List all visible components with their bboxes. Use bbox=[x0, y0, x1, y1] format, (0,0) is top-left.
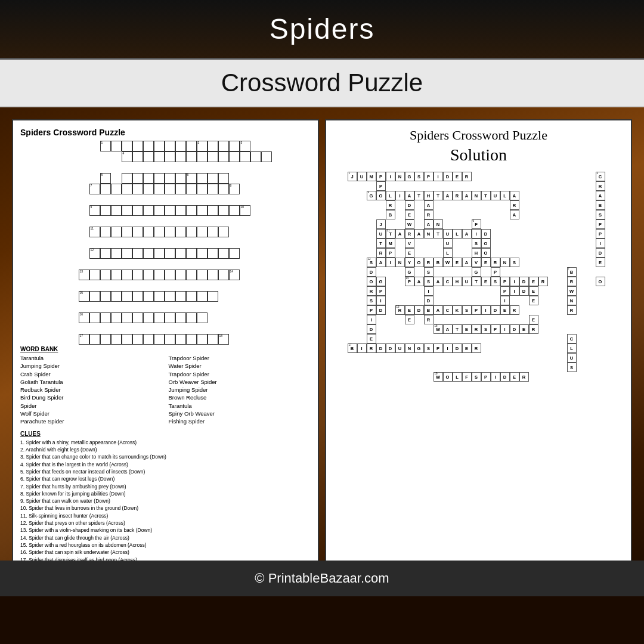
grid-cell: 6 bbox=[186, 173, 197, 184]
grid-cell bbox=[154, 151, 165, 162]
grid-cell bbox=[143, 173, 154, 184]
grid-cell bbox=[186, 334, 197, 345]
grid-cell: 18 bbox=[218, 334, 229, 345]
solution-cell: U bbox=[376, 229, 386, 239]
solution-cell: R bbox=[510, 305, 519, 315]
clue-item: 13. Spider with a violin-shaped marking … bbox=[20, 527, 311, 534]
word-bank-list: TarantulaJumping SpiderCrab SpiderGoliat… bbox=[20, 354, 311, 426]
clue-item: 3. Spider that can change color to match… bbox=[20, 453, 311, 460]
word-bank-item: Bird Dung Spider bbox=[20, 394, 163, 401]
left-panel: Spiders Crossword Puzzle 1 2 3 bbox=[12, 119, 319, 584]
solution-cell: D bbox=[491, 305, 500, 315]
grid-cell bbox=[111, 270, 122, 280]
solution-cell: E bbox=[405, 305, 414, 315]
solution-cell: N bbox=[567, 296, 577, 305]
grid-cell bbox=[143, 227, 154, 237]
solution-cell: A bbox=[462, 229, 472, 239]
grid-cell bbox=[186, 291, 197, 302]
word-bank-item: Jumping Spider bbox=[169, 386, 311, 394]
grid-cell bbox=[165, 141, 175, 151]
grid-cell bbox=[175, 312, 186, 323]
sub-header: Crossword Puzzle bbox=[0, 60, 644, 107]
clues-section: CLUES 1. Spider with a shiny, metallic a… bbox=[20, 431, 311, 571]
grid-cell bbox=[218, 248, 229, 259]
grid-cell bbox=[261, 151, 272, 162]
solution-cell: I bbox=[395, 191, 405, 200]
grid-cell bbox=[208, 184, 218, 194]
solution-cell: 18W bbox=[434, 372, 443, 382]
grid-cell bbox=[122, 141, 132, 151]
crossword-grid: 1 2 3 4 bbox=[52, 141, 279, 343]
solution-cell: E bbox=[367, 334, 376, 343]
solution-cell: R bbox=[567, 277, 577, 286]
grid-cell bbox=[218, 227, 229, 237]
grid-cell bbox=[208, 151, 218, 162]
grid-cell bbox=[122, 248, 132, 259]
solution-cell: I bbox=[434, 172, 443, 181]
solution-cell: P bbox=[376, 286, 386, 296]
word-bank-item: Spider bbox=[20, 402, 163, 410]
grid-cell bbox=[143, 141, 154, 151]
grid-cell bbox=[132, 312, 143, 323]
solution-cell: 3G bbox=[367, 191, 376, 200]
solution-cell: E bbox=[529, 315, 538, 324]
grid-cell bbox=[208, 334, 218, 345]
grid-cell bbox=[218, 184, 229, 194]
grid-cell bbox=[132, 334, 143, 345]
grid-cell bbox=[100, 227, 111, 237]
solution-cell: D bbox=[367, 324, 376, 334]
solution-cell: R bbox=[596, 181, 605, 191]
solution-cell: S bbox=[510, 258, 519, 267]
solution-cell: 15R bbox=[395, 305, 405, 315]
grid-cell bbox=[154, 141, 165, 151]
solution-cell: 2C bbox=[596, 172, 605, 181]
grid-cell bbox=[229, 151, 240, 162]
word-bank-item: Redback Spider bbox=[20, 386, 163, 394]
grid-cell: 13 bbox=[79, 270, 89, 280]
solution-cell: R bbox=[386, 200, 395, 210]
grid-cell bbox=[132, 151, 143, 162]
solution-cell: E bbox=[500, 305, 510, 315]
solution-cell: E bbox=[462, 343, 472, 353]
solution-cell: L bbox=[500, 191, 510, 200]
solution-cell: T bbox=[481, 191, 491, 200]
solution-cell: O bbox=[414, 258, 424, 267]
grid-cell bbox=[122, 312, 132, 323]
solution-cell: T bbox=[472, 277, 481, 286]
solution-cell: P bbox=[424, 172, 434, 181]
grid-cell bbox=[132, 227, 143, 237]
background-area: Spiders Crossword Puzzle 1 2 3 bbox=[0, 107, 644, 596]
solution-cell: I bbox=[443, 343, 453, 353]
solution-cell: P bbox=[376, 172, 386, 181]
clue-item: 6. Spider that can regrow lost legs (Dow… bbox=[20, 475, 311, 482]
grid-cell bbox=[165, 151, 175, 162]
grid-cell bbox=[111, 334, 122, 345]
solution-cell: D bbox=[453, 343, 462, 353]
solution-cell: D bbox=[481, 229, 491, 239]
grid-cell bbox=[186, 141, 197, 151]
solution-cell: 17B bbox=[348, 343, 357, 353]
solution-cell: N bbox=[395, 258, 405, 267]
solution-cell: D bbox=[367, 267, 376, 277]
solution-cell: A bbox=[434, 277, 443, 286]
grid-cell bbox=[186, 227, 197, 237]
solution-cell: G bbox=[472, 267, 481, 277]
solution-cell: S bbox=[481, 324, 491, 334]
grid-cell bbox=[175, 291, 186, 302]
subtitle: Crossword Puzzle bbox=[221, 69, 423, 97]
solution-cell: E bbox=[510, 372, 519, 382]
solution-cell: N bbox=[500, 258, 510, 267]
solution-cell: D bbox=[376, 343, 386, 353]
grid-cell bbox=[165, 248, 175, 259]
word-bank-item: Goliath Tarantula bbox=[20, 378, 163, 386]
solution-cell: R bbox=[529, 324, 538, 334]
clue-item: 9. Spider that can walk on water (Down) bbox=[20, 497, 311, 504]
grid-cell bbox=[122, 173, 132, 184]
grid-cell bbox=[165, 184, 175, 194]
clue-item: 7. Spider that hunts by ambushing prey (… bbox=[20, 483, 311, 490]
solution-cell: S bbox=[414, 172, 424, 181]
grid-cell bbox=[218, 173, 229, 184]
grid-cell bbox=[122, 184, 132, 194]
solution-cell: S bbox=[367, 296, 376, 305]
solution-cell: G bbox=[414, 343, 424, 353]
